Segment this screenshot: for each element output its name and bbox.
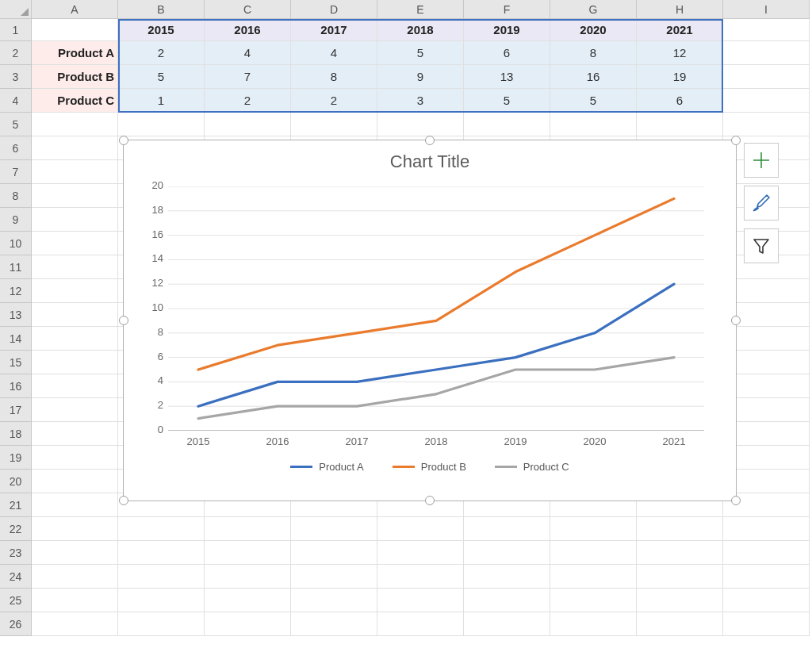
row-header-1[interactable]: 1 bbox=[0, 19, 32, 41]
row-header-22[interactable]: 22 bbox=[0, 517, 32, 541]
cell-A14[interactable] bbox=[32, 327, 118, 351]
cell-D4[interactable]: 2 bbox=[291, 89, 377, 113]
chart-elements-button[interactable] bbox=[744, 143, 779, 178]
cell-I1[interactable] bbox=[723, 19, 810, 41]
cell-A11[interactable] bbox=[32, 255, 118, 279]
cell-F5[interactable] bbox=[464, 113, 550, 136]
cell-H5[interactable] bbox=[637, 113, 723, 136]
cell-E5[interactable] bbox=[377, 113, 464, 136]
cell-H2[interactable]: 12 bbox=[637, 41, 723, 65]
cell-C24[interactable] bbox=[205, 565, 291, 589]
chart-title[interactable]: Chart Title bbox=[124, 140, 736, 172]
row-header-17[interactable]: 17 bbox=[0, 398, 32, 422]
select-all-corner[interactable] bbox=[0, 0, 32, 19]
cell-G25[interactable] bbox=[550, 589, 637, 612]
cell-D23[interactable] bbox=[291, 541, 377, 565]
cell-H23[interactable] bbox=[637, 541, 723, 565]
cell-D22[interactable] bbox=[291, 517, 377, 541]
cell-G3[interactable]: 16 bbox=[550, 65, 637, 89]
row-header-10[interactable]: 10 bbox=[0, 232, 32, 255]
cell-B2[interactable]: 2 bbox=[118, 41, 205, 65]
row-header-20[interactable]: 20 bbox=[0, 470, 32, 493]
chart-handle-s[interactable] bbox=[425, 496, 435, 505]
cell-B1[interactable]: 2015 bbox=[118, 19, 205, 41]
cell-E25[interactable] bbox=[377, 589, 464, 612]
cell-C26[interactable] bbox=[205, 612, 291, 636]
cell-I3[interactable] bbox=[723, 65, 810, 89]
cell-E23[interactable] bbox=[377, 541, 464, 565]
cell-G4[interactable]: 5 bbox=[550, 89, 637, 113]
chart-plot-area[interactable] bbox=[168, 186, 704, 431]
cell-A18[interactable] bbox=[32, 422, 118, 446]
cell-I25[interactable] bbox=[723, 589, 810, 612]
chart-handle-n[interactable] bbox=[425, 136, 435, 145]
cell-F3[interactable]: 13 bbox=[464, 65, 550, 89]
cell-B5[interactable] bbox=[118, 113, 205, 136]
cell-F26[interactable] bbox=[464, 612, 550, 636]
cell-G1[interactable]: 2020 bbox=[550, 19, 637, 41]
column-header-F[interactable]: F bbox=[464, 0, 550, 19]
row-header-9[interactable]: 9 bbox=[0, 208, 32, 232]
column-header-H[interactable]: H bbox=[637, 0, 723, 19]
cell-A2[interactable]: Product A bbox=[32, 41, 118, 65]
cell-I23[interactable] bbox=[723, 541, 810, 565]
cell-D25[interactable] bbox=[291, 589, 377, 612]
row-header-5[interactable]: 5 bbox=[0, 113, 32, 136]
cell-I2[interactable] bbox=[723, 41, 810, 65]
row-header-16[interactable]: 16 bbox=[0, 374, 32, 398]
column-header-D[interactable]: D bbox=[291, 0, 377, 19]
cell-D24[interactable] bbox=[291, 565, 377, 589]
cell-D3[interactable]: 8 bbox=[291, 65, 377, 89]
row-header-26[interactable]: 26 bbox=[0, 612, 32, 636]
cell-G24[interactable] bbox=[550, 565, 637, 589]
row-header-11[interactable]: 11 bbox=[0, 255, 32, 279]
legend-item-product-b[interactable]: Product B bbox=[393, 461, 466, 473]
cell-F4[interactable]: 5 bbox=[464, 89, 550, 113]
cell-F25[interactable] bbox=[464, 589, 550, 612]
spreadsheet-sheet[interactable]: ABCDEFGHI 123456789101112131415161718192… bbox=[0, 0, 812, 652]
chart-object[interactable]: Chart Title 02468101214161820 2015201620… bbox=[123, 140, 737, 501]
chart-filters-button[interactable] bbox=[744, 228, 779, 263]
cell-D2[interactable]: 4 bbox=[291, 41, 377, 65]
cell-C25[interactable] bbox=[205, 589, 291, 612]
cell-C5[interactable] bbox=[205, 113, 291, 136]
cell-H25[interactable] bbox=[637, 589, 723, 612]
chart-handle-se[interactable] bbox=[731, 496, 741, 505]
row-header-13[interactable]: 13 bbox=[0, 303, 32, 327]
cell-A1[interactable] bbox=[32, 19, 118, 41]
cell-H1[interactable]: 2021 bbox=[637, 19, 723, 41]
cell-C3[interactable]: 7 bbox=[205, 65, 291, 89]
row-header-2[interactable]: 2 bbox=[0, 41, 32, 65]
cell-H24[interactable] bbox=[637, 565, 723, 589]
cell-D26[interactable] bbox=[291, 612, 377, 636]
cell-I26[interactable] bbox=[723, 612, 810, 636]
chart-handle-ne[interactable] bbox=[731, 136, 741, 145]
row-header-23[interactable]: 23 bbox=[0, 541, 32, 565]
cell-A10[interactable] bbox=[32, 232, 118, 255]
cell-E1[interactable]: 2018 bbox=[377, 19, 464, 41]
cell-E22[interactable] bbox=[377, 517, 464, 541]
cell-F2[interactable]: 6 bbox=[464, 41, 550, 65]
cell-A13[interactable] bbox=[32, 303, 118, 327]
cell-D5[interactable] bbox=[291, 113, 377, 136]
cell-B22[interactable] bbox=[118, 517, 205, 541]
cell-A20[interactable] bbox=[32, 470, 118, 493]
cell-I22[interactable] bbox=[723, 517, 810, 541]
row-header-15[interactable]: 15 bbox=[0, 351, 32, 374]
row-header-6[interactable]: 6 bbox=[0, 136, 32, 160]
cell-G22[interactable] bbox=[550, 517, 637, 541]
column-header-E[interactable]: E bbox=[377, 0, 464, 19]
column-header-C[interactable]: C bbox=[205, 0, 291, 19]
cell-A19[interactable] bbox=[32, 446, 118, 470]
cell-E3[interactable]: 9 bbox=[377, 65, 464, 89]
cell-A3[interactable]: Product B bbox=[32, 65, 118, 89]
cell-A4[interactable]: Product C bbox=[32, 89, 118, 113]
row-header-25[interactable]: 25 bbox=[0, 589, 32, 612]
row-header-4[interactable]: 4 bbox=[0, 89, 32, 113]
cell-G2[interactable]: 8 bbox=[550, 41, 637, 65]
cell-A21[interactable] bbox=[32, 493, 118, 517]
column-header-A[interactable]: A bbox=[32, 0, 118, 19]
cell-C23[interactable] bbox=[205, 541, 291, 565]
chart-handle-sw[interactable] bbox=[119, 496, 128, 505]
chart-handle-nw[interactable] bbox=[119, 136, 128, 145]
